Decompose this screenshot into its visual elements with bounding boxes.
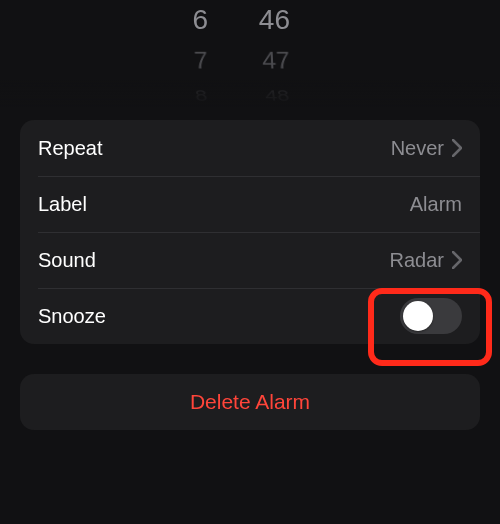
chevron-right-icon (452, 251, 462, 269)
snooze-cell: Snooze (20, 288, 480, 344)
alarm-settings-group: Repeat Never Label Alarm Sound Radar (20, 120, 480, 344)
picker-minute-option[interactable]: 47 (208, 42, 291, 79)
chevron-right-icon (452, 139, 462, 157)
picker-minute-option[interactable]: 46 (210, 0, 290, 40)
sound-label: Sound (38, 249, 96, 272)
label-cell[interactable]: Label Alarm (20, 176, 480, 232)
label-value: Alarm (410, 193, 462, 216)
repeat-label: Repeat (38, 137, 103, 160)
picker-hour-option[interactable]: 8 (126, 83, 210, 110)
delete-alarm-button[interactable]: Delete Alarm (20, 374, 480, 430)
repeat-cell[interactable]: Repeat Never (20, 120, 480, 176)
picker-hour-option[interactable]: 6 (128, 0, 208, 40)
label-label: Label (38, 193, 87, 216)
repeat-value: Never (391, 137, 444, 160)
time-picker-hours[interactable]: 6 7 8 (128, 0, 208, 110)
picker-hour-option[interactable]: 7 (126, 42, 209, 79)
toggle-knob (403, 301, 433, 331)
time-picker[interactable]: 6 7 8 46 47 48 (0, 0, 500, 110)
time-picker-minutes[interactable]: 46 47 48 (210, 0, 290, 110)
snooze-label: Snooze (38, 305, 106, 328)
snooze-toggle[interactable] (400, 298, 462, 334)
sound-cell[interactable]: Sound Radar (20, 232, 480, 288)
picker-minute-option[interactable]: 48 (208, 83, 292, 110)
sound-value: Radar (390, 249, 444, 272)
